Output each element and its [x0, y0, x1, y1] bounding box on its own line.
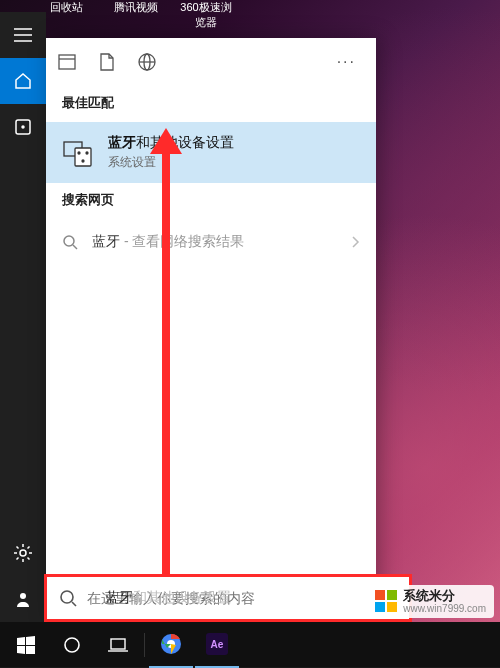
home-icon	[13, 71, 33, 91]
web-search-item[interactable]: 蓝牙 - 查看网络搜索结果	[46, 219, 376, 265]
home-button[interactable]	[0, 58, 46, 104]
svg-text:Ae: Ae	[211, 639, 224, 650]
svg-point-4	[22, 126, 24, 128]
settings-button[interactable]	[0, 530, 46, 576]
search-box[interactable]: 蓝牙和其他设备设置	[44, 574, 412, 622]
web-search-label: 搜索网页	[46, 183, 376, 219]
taskbar-separator	[144, 633, 145, 657]
chrome-icon	[160, 633, 182, 655]
best-match-label: 最佳匹配	[46, 86, 376, 122]
start-button[interactable]	[4, 622, 48, 668]
tab-more[interactable]: ···	[337, 53, 364, 71]
hamburger-icon	[14, 28, 32, 42]
desktop-icon-360browser[interactable]: 360极速浏览器	[180, 0, 232, 30]
taskview-button[interactable]	[96, 622, 140, 668]
ae-icon: Ae	[206, 633, 228, 655]
settings-device-icon	[62, 137, 94, 169]
chevron-right-icon	[350, 235, 360, 249]
circle-icon	[63, 636, 81, 654]
taskbar-app-ae[interactable]: Ae	[195, 622, 239, 668]
desktop-icon-recycle[interactable]: 回收站	[40, 0, 92, 30]
search-results-panel: ··· 最佳匹配 蓝牙和其他设备设置 系统设置 搜索网页 蓝牙 - 查看网络搜索…	[46, 38, 376, 622]
search-icon	[62, 234, 78, 250]
best-match-result[interactable]: 蓝牙和其他设备设置 系统设置	[46, 122, 376, 183]
desktop-icons-row: 回收站 腾讯视频 360极速浏览器	[40, 0, 232, 30]
clock-icon	[14, 118, 32, 136]
ms-logo-icon	[375, 590, 397, 612]
annotation-arrow	[162, 150, 170, 588]
taskbar-app-chrome[interactable]	[149, 622, 193, 668]
tab-documents[interactable]	[100, 53, 114, 71]
tab-all[interactable]	[58, 54, 76, 70]
recent-button[interactable]	[0, 104, 46, 150]
svg-line-20	[72, 602, 76, 606]
cortana-button[interactable]	[50, 622, 94, 668]
svg-point-14	[82, 160, 84, 162]
svg-point-16	[86, 152, 88, 154]
person-icon	[14, 590, 32, 608]
start-left-rail	[0, 12, 46, 622]
taskview-icon	[108, 637, 128, 653]
windows-icon	[17, 636, 35, 654]
search-icon	[59, 589, 77, 607]
desktop-icon-tencent[interactable]: 腾讯视频	[110, 0, 162, 30]
svg-point-15	[78, 152, 80, 154]
profile-button[interactable]	[0, 576, 46, 622]
svg-line-18	[73, 245, 77, 249]
tab-web[interactable]	[138, 53, 156, 71]
svg-point-21	[65, 638, 79, 652]
panel-body	[46, 265, 376, 622]
document-icon	[100, 53, 114, 71]
search-input[interactable]	[87, 590, 397, 606]
svg-rect-13	[75, 148, 91, 166]
watermark: 系统米分www.win7999.com	[367, 585, 494, 618]
menu-button[interactable]	[0, 12, 46, 58]
globe-icon	[138, 53, 156, 71]
filter-tabs: ···	[46, 38, 376, 86]
window-icon	[58, 54, 76, 70]
svg-rect-7	[59, 55, 75, 69]
gear-icon	[13, 543, 33, 563]
taskbar: Ae	[0, 622, 500, 668]
svg-point-19	[61, 591, 73, 603]
svg-point-5	[20, 550, 26, 556]
svg-point-17	[64, 236, 74, 246]
svg-rect-22	[111, 639, 125, 649]
svg-point-6	[20, 593, 26, 599]
